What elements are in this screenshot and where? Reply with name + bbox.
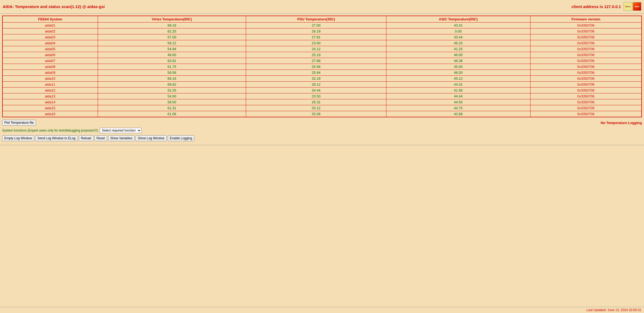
table-row: aida0458.1223.0046.250x3350706	[2, 40, 642, 46]
virtex-cell: 68.19	[98, 23, 246, 28]
table-row: aida1458.0026.3144.500x3350706	[2, 99, 642, 105]
system-cell: aida13	[2, 93, 98, 99]
virtex-cell: 61.06	[98, 111, 246, 117]
asic-cell: 43.31	[386, 23, 530, 28]
no-logging-label: No Temperature Logging	[601, 121, 642, 125]
firmware-cell: 0x3350706	[530, 105, 642, 111]
virtex-cell: 68.62	[98, 82, 246, 88]
virtex-cell: 54.94	[98, 46, 246, 52]
reload-button[interactable]: Reload	[79, 135, 93, 141]
asic-cell: 41.56	[386, 88, 530, 93]
system-cell: aida02	[2, 28, 98, 34]
plot-button-row: Plot Temperature file No Temperature Log…	[0, 119, 644, 127]
psu-cell: 26.19	[246, 28, 386, 34]
virtex-cell: 49.00	[98, 52, 246, 58]
send-log-button[interactable]: Send Log Window to ELog	[35, 135, 78, 141]
asic-cell: 45.12	[386, 76, 530, 82]
psu-cell: 25.19	[246, 52, 386, 58]
table-row: aida1354.0023.5044.440x3350706	[2, 93, 642, 99]
firmware-cell: 0x3350706	[530, 82, 642, 88]
firmware-cell: 0x3350706	[530, 28, 642, 34]
page-title: AIDA: Temperature and status scan(1.12) …	[3, 4, 105, 9]
table-row: aida0554.9424.1241.250x3350706	[2, 46, 642, 52]
table-row: aida0357.0027.8143.440x3350706	[2, 34, 642, 40]
system-functions-row: System functions (Expert users only for …	[0, 127, 644, 134]
plot-temperature-button[interactable]: Plot Temperature file	[2, 120, 36, 126]
function-select[interactable]: Select required function Option 1 Option…	[100, 128, 141, 133]
table-row: aida0959.5625.9446.500x3350706	[2, 70, 642, 76]
firmware-cell: 0x3350706	[530, 46, 642, 52]
psu-cell: 28.12	[246, 82, 386, 88]
show-log-window-button[interactable]: Show Log Window	[136, 135, 166, 141]
show-variables-button[interactable]: Show Variables	[108, 135, 135, 141]
table-header-row: FEE64 System Virtex Temperature(65C) PSU…	[2, 16, 642, 23]
virtex-cell: 59.56	[98, 70, 246, 76]
aida-logo: AIDA	[633, 2, 641, 11]
psu-cell: 25.94	[246, 70, 386, 76]
psu-cell: 24.44	[246, 88, 386, 93]
system-cell: aida11	[2, 82, 98, 88]
virtex-cell: 61.75	[98, 64, 246, 70]
asic-cell: 46.25	[386, 40, 530, 46]
virtex-cell: 57.00	[98, 34, 246, 40]
col-psu: PSU Temperature(35C)	[246, 16, 386, 23]
table-row: aida1661.0625.0642.880x3350706	[2, 111, 642, 117]
system-cell: aida08	[2, 64, 98, 70]
table-row: aida1068.1932.1945.120x3350706	[2, 76, 642, 82]
asic-cell: 46.00	[386, 52, 530, 58]
asic-cell: 44.44	[386, 93, 530, 99]
table-row: aida1168.6228.1244.310x3350706	[2, 82, 642, 88]
reset-button[interactable]: Reset	[94, 135, 107, 141]
table-row: aida0762.8127.8846.380x3350706	[2, 58, 642, 64]
system-cell: aida01	[2, 23, 98, 28]
asic-cell: 0.00	[386, 28, 530, 34]
firmware-cell: 0x3350706	[530, 23, 642, 28]
firmware-cell: 0x3350706	[530, 93, 642, 99]
header-divider	[0, 13, 644, 14]
system-cell: aida15	[2, 105, 98, 111]
page-header: AIDA: Temperature and status scan(1.12) …	[0, 0, 644, 13]
psu-cell: 27.81	[246, 34, 386, 40]
asic-cell: 41.25	[386, 46, 530, 52]
firmware-cell: 0x3350706	[530, 40, 642, 46]
firmware-cell: 0x3350706	[530, 111, 642, 117]
firmware-cell: 0x3350706	[530, 58, 642, 64]
firmware-cell: 0x3350706	[530, 76, 642, 82]
system-cell: aida07	[2, 58, 98, 64]
system-cell: aida05	[2, 46, 98, 52]
asic-cell: 45.00	[386, 64, 530, 70]
empty-log-button[interactable]: Empty Log Window	[2, 135, 34, 141]
psu-cell: 32.19	[246, 76, 386, 82]
psu-cell: 25.06	[246, 111, 386, 117]
table-row: aida1252.2524.4441.560x3350706	[2, 88, 642, 93]
psu-cell: 24.12	[246, 46, 386, 52]
system-cell: aida06	[2, 52, 98, 58]
system-cell: aida12	[2, 88, 98, 93]
psu-cell: 23.50	[246, 93, 386, 99]
firmware-cell: 0x3350706	[530, 88, 642, 93]
firmware-cell: 0x3350706	[530, 99, 642, 105]
firmware-cell: 0x3350706	[530, 70, 642, 76]
asic-cell: 42.88	[386, 111, 530, 117]
table-row: aida0649.0025.1946.000x3350706	[2, 52, 642, 58]
system-cell: aida04	[2, 40, 98, 46]
firmware-cell: 0x3350706	[530, 64, 642, 70]
system-cell: aida03	[2, 34, 98, 40]
psu-cell: 25.12	[246, 105, 386, 111]
table-row: aida1561.3125.1244.750x3350706	[2, 105, 642, 111]
firmware-cell: 0x3350706	[530, 52, 642, 58]
asic-cell: 44.75	[386, 105, 530, 111]
table-row: aida0262.2526.190.000x3350706	[2, 28, 642, 34]
psu-cell: 27.00	[246, 23, 386, 28]
system-cell: aida09	[2, 70, 98, 76]
virtex-cell: 62.25	[98, 28, 246, 34]
enable-logging-button[interactable]: Enable Logging	[168, 135, 194, 141]
action-buttons-row: Empty Log Window Send Log Window to ELog…	[0, 134, 644, 142]
system-cell: aida16	[2, 111, 98, 117]
virtex-cell: 52.25	[98, 88, 246, 93]
table-row: aida0168.1927.0043.310x3350706	[2, 23, 642, 28]
asic-cell: 43.44	[386, 34, 530, 40]
virtex-cell: 61.31	[98, 105, 246, 111]
virtex-cell: 62.81	[98, 58, 246, 64]
data-table-container: FEE64 System Virtex Temperature(65C) PSU…	[0, 14, 644, 119]
